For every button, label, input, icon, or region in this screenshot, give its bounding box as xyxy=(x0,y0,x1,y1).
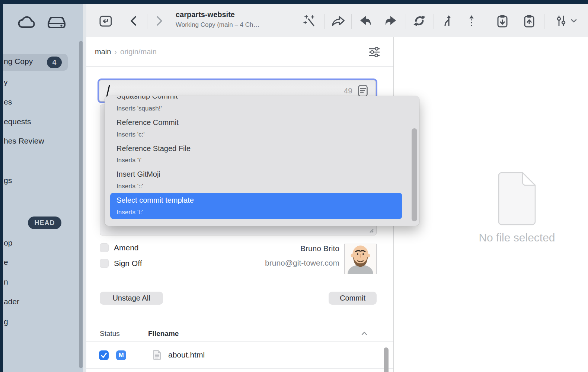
breadcrumb-chevron: › xyxy=(114,48,117,56)
redo-arrow-icon xyxy=(384,13,399,28)
toolbar-separator xyxy=(147,14,147,29)
autocomplete-item-select-commit-template[interactable]: Select commit template Inserts 't:' xyxy=(110,193,402,219)
template-icon xyxy=(358,84,368,97)
file-list-scrollbar[interactable] xyxy=(384,347,389,372)
toolbar-separator xyxy=(487,14,487,29)
repository-title: carparts-website xyxy=(176,10,260,19)
dropdown-scrollbar[interactable] xyxy=(412,128,417,221)
app-window: ng Copy 4 y es equests hes Review gs HEA… xyxy=(0,0,588,372)
file-icon xyxy=(153,349,162,360)
toolbar-separator xyxy=(434,14,434,29)
magic-wand-button[interactable] xyxy=(301,12,318,29)
file-row[interactable]: M about.html xyxy=(86,341,394,369)
toolbar-separator xyxy=(351,14,352,29)
sidebar: ng Copy 4 y es equests hes Review gs HEA… xyxy=(3,4,86,372)
sidebar-branch-item[interactable]: e xyxy=(4,257,8,267)
undo-arrow-icon xyxy=(357,13,372,28)
column-header-status[interactable]: Status xyxy=(100,330,120,338)
chevron-left-icon xyxy=(127,13,140,28)
sidebar-item-changes-review[interactable]: hes Review xyxy=(4,136,44,146)
rebase-button[interactable] xyxy=(463,12,480,29)
author-avatar[interactable] xyxy=(344,244,377,274)
open-repository-icon xyxy=(98,13,113,28)
toolbar-separator xyxy=(406,14,406,29)
unstage-all-button[interactable]: Unstage All xyxy=(100,292,163,305)
sidebar-scrollbar[interactable] xyxy=(79,41,83,368)
forward-button[interactable] xyxy=(151,12,168,29)
document-placeholder-icon xyxy=(496,171,537,226)
resize-grip[interactable] xyxy=(368,227,374,233)
changes-count-badge: 4 xyxy=(47,57,62,68)
empty-state: No file selected xyxy=(439,171,588,244)
clipboard-down-icon xyxy=(495,13,510,28)
column-header-filename[interactable]: Filename xyxy=(148,330,179,338)
sidebar-branch-item[interactable]: g xyxy=(4,317,8,327)
commit-autocomplete-dropdown: Squashup Commit Inserts 'squash!' Refere… xyxy=(105,96,419,226)
empty-state-message: No file selected xyxy=(439,231,588,244)
stash-apply-button[interactable] xyxy=(521,12,538,29)
sidebar-branch-item[interactable]: ader xyxy=(4,296,19,307)
sidebar-branch-item[interactable]: n xyxy=(4,277,8,287)
back-button[interactable] xyxy=(125,12,142,29)
current-branch[interactable]: main xyxy=(95,48,111,56)
author-email: bruno@git-tower.com xyxy=(100,259,339,267)
sliders-vertical-icon xyxy=(553,13,569,28)
sort-chevron-up-icon xyxy=(361,331,368,336)
toolbar: carparts-website Working Copy (main – 4 … xyxy=(86,4,588,37)
file-checkbox[interactable] xyxy=(99,350,109,360)
filter-button[interactable] xyxy=(367,45,382,60)
character-count: 49 xyxy=(344,86,352,95)
drive-icon[interactable] xyxy=(47,15,66,30)
sidebar-icons-divider xyxy=(42,14,42,31)
merge-button[interactable] xyxy=(439,12,456,29)
clipboard-up-icon xyxy=(522,13,537,28)
branch-bar: main›origin/main xyxy=(86,37,394,67)
redo-button[interactable] xyxy=(383,12,400,29)
share-arrow-icon xyxy=(330,13,346,28)
repository-subtitle: Working Copy (main – 4 Ch… xyxy=(176,21,260,29)
head-badge: HEAD xyxy=(28,217,61,229)
filter-sliders-icon xyxy=(367,45,381,59)
workflow-settings-button[interactable] xyxy=(552,12,578,29)
breadcrumb: main›origin/main xyxy=(95,48,157,56)
sidebar-item-branches[interactable]: es xyxy=(4,97,12,107)
commit-button[interactable]: Commit xyxy=(329,292,377,305)
sync-button[interactable] xyxy=(411,12,428,29)
magic-wand-icon xyxy=(302,13,317,28)
text-caret xyxy=(106,85,110,97)
file-name: about.html xyxy=(168,350,205,359)
sidebar-item-working-copy[interactable]: ng Copy 4 xyxy=(3,54,68,71)
sidebar-item-label: ng Copy xyxy=(4,57,33,66)
sidebar-item-pull-requests[interactable]: equests xyxy=(4,116,31,127)
sidebar-service-switcher xyxy=(3,11,80,33)
author-name: Bruno Brito xyxy=(100,244,339,253)
merge-icon xyxy=(440,13,455,28)
sidebar-branch-item[interactable]: op xyxy=(4,238,12,248)
stash-save-button[interactable] xyxy=(494,12,511,29)
checkmark-icon xyxy=(100,351,108,359)
toolbar-separator xyxy=(324,14,325,29)
cloud-icon[interactable] xyxy=(17,15,36,30)
undo-button[interactable] xyxy=(356,12,373,29)
commit-template-button[interactable] xyxy=(358,84,368,97)
open-repository-button[interactable] xyxy=(97,12,114,29)
chevron-right-icon xyxy=(153,13,166,28)
window-title: carparts-website Working Copy (main – 4 … xyxy=(176,10,260,29)
sidebar-item-history[interactable]: y xyxy=(4,77,8,87)
status-badge-modified: M xyxy=(116,350,126,360)
rebase-dashed-arrow-icon xyxy=(464,13,479,28)
tracking-branch[interactable]: origin/main xyxy=(120,48,157,56)
share-button[interactable] xyxy=(329,12,346,29)
detail-panel: No file selected xyxy=(394,37,588,372)
column-divider[interactable] xyxy=(145,328,145,339)
file-table-header: Status Filename xyxy=(86,327,394,342)
toolbar-separator xyxy=(544,14,544,29)
chevron-down-icon xyxy=(571,18,577,23)
sync-arrows-icon xyxy=(412,13,427,28)
sidebar-item-tags[interactable]: gs xyxy=(4,175,12,186)
